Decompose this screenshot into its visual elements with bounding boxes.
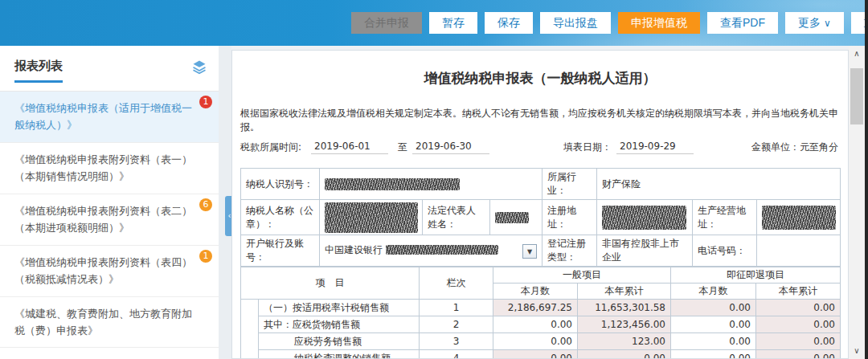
more-label: 更多 (798, 16, 821, 29)
window-edge (865, 0, 868, 359)
save-button[interactable]: 保存 (485, 12, 533, 34)
col-header-ytd-refund: 本年累计 (756, 284, 841, 300)
phone-value (757, 235, 841, 267)
period-label: 税款所属时间: (240, 141, 301, 154)
row-label: 应税劳务销售额 (259, 333, 420, 350)
app-window: 合并申报 暂存 保存 导出报盘 申报增值税 查看PDF 更多∨ 重置 附送资料 … (0, 0, 868, 359)
row-group-sales: 销售额 (241, 300, 259, 359)
more-button[interactable]: 更多∨ (785, 12, 844, 34)
row-colno: 1 (420, 300, 493, 316)
report-list-sidebar: 报表列表 《增值税纳税申报表（适用于增值税一般纳税人）》 1 《增值税纳税申报表… (0, 46, 219, 359)
redacted-value (325, 202, 418, 233)
table-row: 销售额 （一）按适用税率计税销售额 1 2,186,697.25 11,653,… (241, 300, 841, 316)
period-start-field[interactable]: 2019-06-01 (311, 141, 388, 154)
scrollbar-thumb[interactable] (850, 68, 863, 124)
taxpayer-info-table: 纳税人识别号： 所属行业： 财产保险 纳税人名称（公章）： 法定代表人姓名： 注… (240, 168, 841, 267)
col-header-ytd-general: 本年累计 (578, 284, 671, 300)
cell-ytd-refund: 0.00 (756, 333, 841, 350)
cell-ytd-general: 1,123,456.00 (578, 316, 671, 333)
sidebar-item-label: 《增值税纳税申报表（适用于增值税一般纳税人）》 (14, 102, 192, 131)
form-meta-row: 税款所属时间: 2019-06-01 至 2019-06-30 填表日期： 20… (240, 141, 840, 160)
col-header-refund: 即征即退项目 (671, 267, 841, 284)
form-instruction: 根据国家税收法律法规及增值税相关规定制定本表。纳税人不论有无销售额，均应按税务机… (240, 107, 840, 134)
sidebar-item-schedule1[interactable]: 《增值税纳税申报表附列资料（表一）（本期销售情况明细）》 (0, 143, 219, 194)
cell-month-refund[interactable]: 0.00 (671, 350, 756, 359)
draft-save-button[interactable]: 暂存 (429, 12, 477, 34)
legal-rep-value (490, 200, 542, 235)
row-label: 其中：应税货物销售额 (259, 316, 420, 333)
layers-icon[interactable] (191, 59, 207, 75)
sidebar-item-label: 《增值税纳税申报表附列资料（表一）（本期销售情况明细）》 (14, 153, 192, 182)
bank-value: 中国建设银行 ▼ (320, 235, 542, 267)
vertical-scrollbar: ∧ ∨ (849, 46, 865, 359)
fill-date-field[interactable]: 2019-09-29 (616, 141, 694, 154)
legal-rep-label: 法定代表人姓名： (423, 200, 490, 235)
report-list: 《增值税纳税申报表（适用于增值税一般纳税人）》 1 《增值税纳税申报表附列资料（… (0, 92, 219, 348)
table-row: 应税劳务销售额 3 0.00 123.00 0.00 0.00 (241, 333, 841, 350)
industry-label: 所属行业： (542, 169, 597, 200)
sidebar-item-label: 《增值税纳税申报表附列资料（表四）（税额抵减情况表）》 (14, 256, 192, 285)
view-pdf-button[interactable]: 查看PDF (707, 12, 778, 34)
reg-addr-value (597, 200, 693, 235)
bank-select-dropdown[interactable]: ▼ (522, 244, 537, 259)
taxpayer-name-value (320, 200, 423, 235)
biz-addr-label: 生产经营地址： (693, 200, 757, 235)
taxpayer-id-value (320, 169, 542, 200)
sidebar-item-label: 《增值税纳税申报表附列资料（表二）（本期进项税额明细）》 (14, 205, 192, 234)
warning-count-badge: 6 (199, 198, 212, 211)
merge-declare-button: 合并申报 (351, 12, 422, 34)
reg-addr-label: 注册地址： (542, 200, 597, 235)
sidebar-item-surtax-return[interactable]: 《城建税、教育费附加、地方教育附加税（费）申报表》 (0, 297, 219, 349)
vat-return-panel: 增值税纳税申报表（一般纳税人适用） 根据国家税收法律法规及增值税相关规定制定本表… (231, 50, 849, 359)
row-label: 纳税检查调整的销售额 (259, 350, 420, 359)
scroll-down-arrow[interactable]: ∨ (849, 345, 865, 359)
taxpayer-name-label: 纳税人名称（公章）： (241, 200, 320, 235)
col-header-colno: 栏次 (420, 267, 493, 300)
chevron-down-icon: ∨ (824, 18, 831, 29)
cell-ytd-refund: 0.00 (756, 300, 841, 316)
col-header-month-refund: 本月数 (671, 284, 756, 300)
redacted-value (602, 206, 686, 230)
sidebar-item-schedule4[interactable]: 《增值税纳税申报表附列资料（表四）（税额抵减情况表）》 1 (0, 246, 219, 297)
cell-month-refund[interactable]: 0.00 (671, 316, 756, 333)
cell-month-general: 0.00 (493, 350, 578, 359)
form-title: 增值税纳税申报表（一般纳税人适用） (232, 69, 848, 88)
reg-type-value: 非国有控股非上市企业 (597, 235, 693, 267)
unit-label: 金额单位：元至角分 (751, 141, 838, 154)
cell-ytd-refund: 0.00 (756, 350, 841, 359)
redacted-value (762, 206, 836, 230)
declare-vat-button[interactable]: 申报增值税 (618, 12, 700, 34)
scroll-up-arrow[interactable]: ∧ (849, 46, 865, 60)
cell-month-general[interactable]: 0.00 (493, 333, 578, 350)
top-banner: 合并申报 暂存 保存 导出报盘 申报增值税 查看PDF 更多∨ 重置 附送资料 (0, 0, 865, 46)
redacted-value (495, 212, 529, 223)
row-colno: 3 (420, 333, 493, 350)
row-colno: 4 (420, 350, 493, 359)
sidebar-item-schedule2[interactable]: 《增值税纳税申报表附列资料（表二）（本期进项税额明细）》 6 (0, 194, 219, 246)
bank-label: 开户银行及账号： (241, 235, 320, 267)
error-count-badge: 1 (199, 96, 212, 108)
cell-month-refund[interactable]: 0.00 (671, 333, 756, 350)
sidebar-item-label: 《城建税、教育费附加、地方教育附加税（费）申报表》 (14, 308, 192, 337)
taxpayer-id-label: 纳税人识别号： (241, 169, 320, 200)
cell-ytd-general: 0.00 (578, 350, 671, 359)
cell-ytd-general: 11,653,301.58 (578, 300, 671, 316)
redacted-value (386, 245, 498, 255)
redacted-value (325, 178, 460, 190)
col-header-item: 项 目 (241, 267, 420, 300)
cell-month-refund: 0.00 (671, 300, 756, 316)
cell-month-general[interactable]: 0.00 (493, 316, 578, 333)
table-row: 纳税检查调整的销售额 4 0.00 0.00 0.00 0.00 (241, 350, 841, 359)
reg-type-label: 登记注册类型： (542, 235, 597, 267)
export-disk-button[interactable]: 导出报盘 (540, 12, 611, 34)
cell-month-general: 2,186,697.25 (493, 300, 578, 316)
bank-name: 中国建设银行 (325, 244, 383, 255)
period-to-label: 至 (398, 141, 407, 154)
sidebar-header: 报表列表 (0, 46, 219, 92)
warning-count-badge: 1 (199, 250, 212, 263)
biz-addr-value (757, 200, 841, 235)
sidebar-item-vat-main-return[interactable]: 《增值税纳税申报表（适用于增值税一般纳税人）》 1 (0, 92, 219, 143)
row-label: （一）按适用税率计税销售额 (259, 300, 420, 316)
industry-value: 财产保险 (597, 169, 841, 200)
period-end-field[interactable]: 2019-06-30 (412, 141, 489, 154)
